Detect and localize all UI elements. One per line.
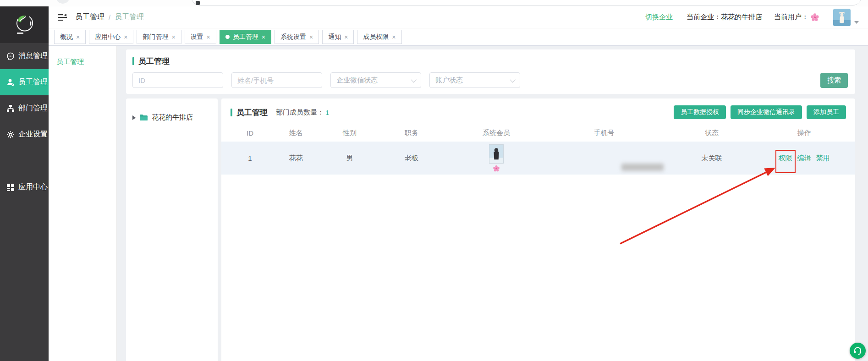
- content-area: 员工管理 企业微信状态 账户状态 搜索 花花的牛排店: [117, 46, 868, 361]
- tab-app-center[interactable]: 应用中心: [89, 30, 133, 44]
- filter-section-title: 员工管理: [138, 56, 170, 66]
- tree-expand-caret-icon[interactable]: [132, 115, 136, 120]
- app-sidebar: 消息管理 员工管理 部门管理 企业设置 应用中心: [0, 6, 49, 361]
- tab-label: 设置: [191, 33, 203, 41]
- sidebar-item-department-management[interactable]: 部门管理: [0, 95, 49, 121]
- wechat-status-select[interactable]: 企业微信状态: [330, 72, 421, 88]
- sidebar-collapse-button[interactable]: [58, 14, 67, 21]
- tab-close-icon[interactable]: [309, 33, 313, 41]
- sync-wechat-contacts-button[interactable]: 同步企业微信通讯录: [731, 105, 802, 119]
- tab-label: 成员权限: [363, 33, 389, 41]
- tab-overview[interactable]: 概况: [54, 30, 86, 44]
- cell-status: 未关联: [661, 154, 762, 163]
- sidebar-item-employee-management[interactable]: 员工管理: [0, 69, 49, 95]
- tab-close-icon[interactable]: [76, 33, 80, 41]
- tab-close-icon[interactable]: [171, 33, 175, 41]
- chevron-down-icon: [411, 77, 417, 82]
- edit-link[interactable]: 编辑: [797, 154, 811, 163]
- current-user: 当前用户：: [774, 13, 819, 22]
- submenu-item-employee-management[interactable]: 员工管理: [56, 58, 116, 66]
- table-section-title: 员工管理: [236, 107, 268, 118]
- member-count-value: 1: [325, 109, 329, 116]
- col-system-member: 系统会员: [446, 129, 547, 137]
- sitemap-icon: [6, 104, 15, 113]
- account-status-select[interactable]: 账户状态: [429, 72, 520, 88]
- department-tree-panel: 花花的牛排店: [126, 98, 218, 361]
- tab-member-permissions[interactable]: 成员权限: [357, 30, 401, 44]
- tab-close-icon[interactable]: [262, 33, 265, 41]
- user-avatar[interactable]: [833, 9, 851, 26]
- col-gender: 性别: [322, 129, 377, 137]
- name-phone-filter-input[interactable]: [231, 72, 322, 88]
- table-title-row: 员工管理 部门成员数量： 1 员工数据授权 同步企业微信通讯录 添加员工: [231, 105, 846, 120]
- sidebar-item-label: 员工管理: [18, 77, 48, 87]
- top-strip: [0, 0, 868, 6]
- current-user-label: 当前用户：: [774, 13, 808, 22]
- hamburger-arrow-icon: [58, 14, 67, 21]
- tab-label: 应用中心: [95, 33, 121, 41]
- tab-label: 概况: [60, 33, 73, 41]
- col-name: 姓名: [269, 129, 322, 137]
- id-filter-input[interactable]: [132, 72, 223, 88]
- wechat-status-placeholder: 企业微信状态: [336, 76, 378, 85]
- breadcrumb-root[interactable]: 员工管理: [75, 12, 104, 22]
- sidebar-item-label: 应用中心: [18, 182, 48, 192]
- tab-close-icon[interactable]: [344, 33, 348, 41]
- member-avatar-photo: [489, 144, 504, 164]
- active-tab-dot: [225, 35, 230, 39]
- add-employee-button[interactable]: 添加员工: [807, 105, 846, 119]
- search-button[interactable]: 搜索: [820, 73, 848, 88]
- permission-link[interactable]: 权限: [779, 154, 792, 162]
- chat-bubble-icon: [6, 52, 15, 60]
- tab-settings[interactable]: 设置: [185, 30, 216, 44]
- avatar-photo: [833, 9, 851, 26]
- disable-link[interactable]: 禁用: [816, 154, 830, 163]
- breadcrumb-separator: /: [109, 13, 110, 21]
- browser-glyph-remnant: [196, 1, 200, 5]
- customer-service-button[interactable]: [850, 343, 866, 359]
- sidebar-item-message-management[interactable]: 消息管理: [0, 43, 49, 69]
- gear-icon: [6, 130, 15, 139]
- tab-notifications[interactable]: 通知: [322, 30, 354, 44]
- grid-icon: [6, 183, 15, 191]
- cell-system-member: [446, 144, 547, 172]
- title-accent-bar: [132, 57, 134, 65]
- filter-card-title-row: 员工管理: [126, 49, 855, 66]
- col-job: 职务: [377, 129, 446, 137]
- current-company-value: 花花的牛排店: [721, 13, 762, 22]
- switch-company-link[interactable]: 切换企业: [645, 13, 673, 22]
- col-operations: 操作: [762, 129, 846, 137]
- cell-job: 老板: [377, 154, 446, 163]
- col-status: 状态: [661, 129, 762, 137]
- tab-label: 通知: [328, 33, 341, 41]
- table-actions-group: 员工数据授权 同步企业微信通讯录 添加员工: [674, 105, 846, 119]
- employee-table-panel: 员工管理 部门成员数量： 1 员工数据授权 同步企业微信通讯录 添加员工 ID …: [221, 98, 855, 361]
- header-bar: 员工管理 / 员工管理 切换企业 当前企业： 花花的牛排店 当前用户：: [49, 6, 868, 28]
- tab-department-management[interactable]: 部门管理: [137, 30, 181, 44]
- chevron-down-icon: [510, 77, 516, 82]
- filter-row: 企业微信状态 账户状态 搜索: [132, 72, 848, 88]
- sidebar-item-company-settings[interactable]: 企业设置: [0, 121, 49, 148]
- col-phone: 手机号: [547, 129, 661, 137]
- sidebar-item-app-center[interactable]: 应用中心: [0, 174, 49, 200]
- tab-label: 部门管理: [143, 33, 168, 41]
- sakura-flower-icon: [810, 13, 819, 22]
- tab-close-icon[interactable]: [392, 33, 396, 41]
- member-count-label: 部门成员数量：: [276, 108, 324, 117]
- current-company: 当前企业： 花花的牛排店: [687, 13, 762, 22]
- tab-system-settings[interactable]: 系统设置: [275, 30, 319, 44]
- app-logo: [0, 6, 49, 43]
- tab-close-icon[interactable]: [207, 33, 210, 41]
- tree-node-root[interactable]: 花花的牛排店: [132, 113, 218, 122]
- permission-link-wrapper: 权限: [779, 154, 792, 163]
- user-menu-caret-icon[interactable]: [854, 21, 859, 24]
- tab-close-icon[interactable]: [124, 33, 127, 41]
- tab-label: 系统设置: [280, 33, 306, 41]
- filter-card: 员工管理 企业微信状态 账户状态 搜索: [126, 49, 855, 94]
- headset-icon: [853, 346, 863, 356]
- sidebar-item-label: 消息管理: [18, 51, 48, 61]
- submenu-panel: 员工管理: [49, 46, 117, 361]
- cell-gender: 男: [322, 154, 377, 163]
- employee-data-authorize-button[interactable]: 员工数据授权: [674, 105, 726, 119]
- tab-employee-management-active[interactable]: 员工管理: [220, 30, 271, 44]
